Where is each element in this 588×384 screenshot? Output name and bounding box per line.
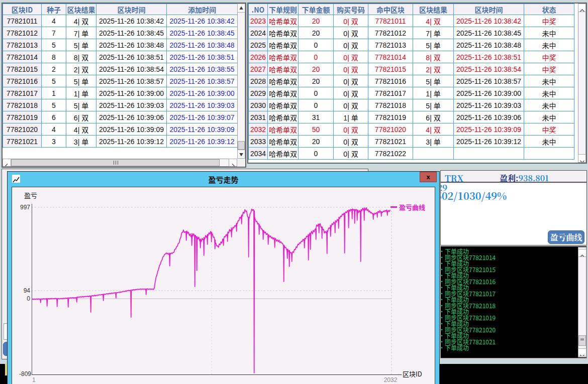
profit-window-title: 盈亏走势 x — [8, 172, 439, 187]
svg-text:盈亏: 盈亏 — [24, 190, 37, 200]
svg-text:94: 94 — [24, 287, 31, 294]
order-table: .NO下单规则下单金额购买号码命中区块区块结果区块时间状态 2023哈希单双20… — [247, 3, 587, 164]
block-vscroll[interactable] — [237, 4, 245, 159]
profit-window-close[interactable]: x — [420, 172, 437, 182]
profit-chart: 盈亏 997 94 0 -809 1 2032 区块ID 盈亏曲线 — [12, 187, 435, 384]
svg-text:盈亏曲线: 盈亏曲线 — [399, 202, 425, 212]
svg-text:997: 997 — [20, 204, 30, 211]
trx-panel: TRX 盈利:938.801 1029 502/1030/49% 盈亏曲线 — [440, 170, 587, 245]
svg-text:2032: 2032 — [384, 376, 398, 383]
block-table: 区块ID种子区块结果区块时间添加时间 7782101144| 双2025-11-… — [2, 3, 246, 168]
profit-window: 盈亏走势 x 盈亏 997 94 0 -809 1 2032 区块ID — [7, 171, 440, 384]
order-vscroll[interactable] — [578, 4, 586, 163]
svg-text:-809: -809 — [19, 370, 31, 377]
svg-text:0: 0 — [27, 295, 30, 302]
console: ·下单成功·同步区块77821014·下单成功·同步区块77821015·下单成… — [440, 246, 587, 358]
profit-curve-btn[interactable]: 盈亏曲线 — [548, 230, 584, 244]
svg-text:1: 1 — [32, 376, 36, 383]
svg-text:区块ID: 区块ID — [403, 369, 422, 378]
hash-betting-dashboard: 区块ID种子区块结果区块时间添加时间 7782101144| 双2025-11-… — [0, 0, 588, 384]
